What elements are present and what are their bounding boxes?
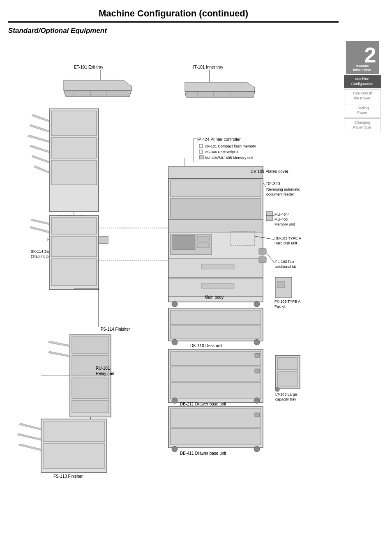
svg-rect-77 (72, 378, 109, 398)
main-body-shape (168, 220, 266, 307)
svg-rect-78 (72, 401, 109, 413)
svg-rect-13 (168, 220, 263, 232)
df320-desc2: document feeder (266, 192, 294, 196)
svg-marker-57 (30, 145, 49, 153)
svg-point-23 (254, 301, 260, 307)
svg-marker-86 (17, 433, 41, 440)
svg-marker-54 (32, 114, 49, 122)
fs113-label: FS-113 Finisher (53, 474, 83, 479)
ps346-label: PS-346 PostScript 3 (205, 150, 238, 154)
sidebar-item-turn-on-off[interactable]: Turn On/Offthe Power (344, 89, 381, 103)
db211-label: DB-211 Drawer base unit (180, 402, 226, 406)
main-body-label: Main body (205, 295, 224, 299)
svg-rect-102 (277, 357, 298, 370)
lt203-shape (275, 355, 300, 391)
df320-desc1: Reversing automatic (266, 187, 300, 191)
svg-marker-58 (32, 155, 49, 163)
fk103-label2: Fax kit (274, 304, 286, 309)
svg-rect-37 (266, 212, 273, 221)
svg-marker-70 (31, 219, 49, 225)
svg-rect-107 (255, 413, 260, 417)
mu404-side-label2: MU-405 (274, 217, 288, 221)
svg-line-31 (263, 183, 266, 187)
lt203-label2: capacity tray (275, 397, 296, 401)
page-container: Machine Configuration (continued) Standa… (0, 0, 392, 555)
lt203-label1: LT-203 Large (275, 392, 297, 396)
svg-rect-43 (277, 281, 285, 288)
content-area: text { font-family: Arial, sans-serif; f… (8, 39, 384, 491)
svg-marker-8 (185, 92, 255, 97)
cv109-label: CV-109 Platen cover (251, 169, 288, 174)
svg-rect-103 (277, 372, 298, 386)
svg-point-99 (172, 398, 178, 403)
ip424-label: IP-424 Printer controller (197, 137, 241, 142)
it101-label: IT-101 Inner tray (193, 65, 223, 69)
db411-label: DB-411 Drawer base unit (180, 451, 226, 456)
svg-rect-94 (171, 351, 261, 366)
svg-point-91 (172, 339, 178, 345)
fl103-label2: additional kit (275, 265, 296, 269)
svg-marker-2 (64, 80, 131, 90)
svg-rect-17 (197, 243, 210, 248)
et101-label: ET-101 Exit tray (74, 65, 103, 69)
svg-rect-89 (171, 310, 261, 325)
svg-rect-33 (199, 150, 203, 153)
hd103-label1: HD-103 TYPE A (274, 236, 301, 240)
svg-marker-87 (18, 444, 41, 451)
svg-rect-46 (51, 138, 97, 158)
svg-rect-65 (51, 218, 97, 234)
svg-point-104 (275, 387, 279, 391)
svg-rect-45 (51, 111, 97, 136)
sidebar-item-changing-paper[interactable]: ChangingPaper Size (344, 118, 381, 132)
svg-marker-71 (30, 226, 49, 233)
svg-rect-83 (43, 421, 105, 442)
svg-rect-15 (173, 235, 195, 250)
svg-marker-56 (28, 135, 49, 143)
svg-rect-84 (43, 444, 105, 468)
fs114-bottom-label: FS-114 Finisher (101, 327, 130, 332)
svg-marker-59 (34, 166, 49, 173)
chapter-number: 2 (364, 44, 376, 66)
mu404-side-label3: Memory unit (274, 222, 295, 226)
svg-rect-21 (201, 283, 234, 288)
svg-rect-90 (171, 326, 261, 339)
sidebar-item-loading-paper[interactable]: LoadingPaper (344, 104, 381, 117)
svg-line-41 (267, 253, 274, 263)
mu404-side-label1: MU-404/ (274, 212, 289, 216)
svg-rect-47 (51, 160, 97, 185)
sidebar: 2 Machine Information MachineConfigurati… (341, 39, 384, 491)
inner-tray-shape (185, 82, 255, 97)
diagram-area: text { font-family: Arial, sans-serif; f… (8, 39, 341, 491)
svg-rect-25 (259, 257, 266, 263)
sidebar-item-machine-config[interactable]: MachineConfiguration (344, 75, 381, 88)
dk110-label: DK-110 Desk unit (190, 343, 223, 348)
machine-diagram: text { font-family: Arial, sans-serif; f… (8, 39, 312, 483)
mu404-top-label: MU-404/MU-405 Memory unit (205, 156, 254, 160)
svg-rect-16 (197, 236, 210, 241)
svg-rect-19 (201, 264, 234, 269)
svg-point-109 (172, 446, 178, 452)
chapter-label: Machine Information (346, 64, 379, 72)
svg-rect-108 (171, 428, 261, 445)
svg-rect-106 (171, 409, 261, 427)
svg-rect-75 (72, 337, 109, 353)
svg-rect-32 (199, 144, 203, 147)
page-title: Machine Configuration (continued) (8, 8, 339, 23)
exit-tray-shape (64, 80, 131, 97)
fs113-shape (17, 419, 107, 472)
df320-shape (168, 166, 263, 220)
svg-rect-66 (51, 236, 97, 257)
section-title: Standard/Optional Equipment (8, 27, 339, 35)
db411-shape (168, 407, 263, 452)
svg-rect-95 (255, 353, 260, 357)
hd103-label2: Hard disk unit (274, 241, 297, 245)
fl103-label1: FL-103 Fax (275, 260, 295, 264)
ru101-label2: Relay unit (96, 371, 114, 376)
fk103-label1: FK-103 TYPE A (274, 299, 300, 304)
cf101-label: CF-101 Compact flash memory (205, 144, 256, 148)
svg-rect-29 (171, 198, 261, 218)
svg-rect-26 (168, 166, 263, 179)
svg-marker-7 (185, 82, 255, 92)
svg-rect-97 (255, 369, 260, 373)
chapter-badge: 2 Machine Information (346, 41, 379, 74)
